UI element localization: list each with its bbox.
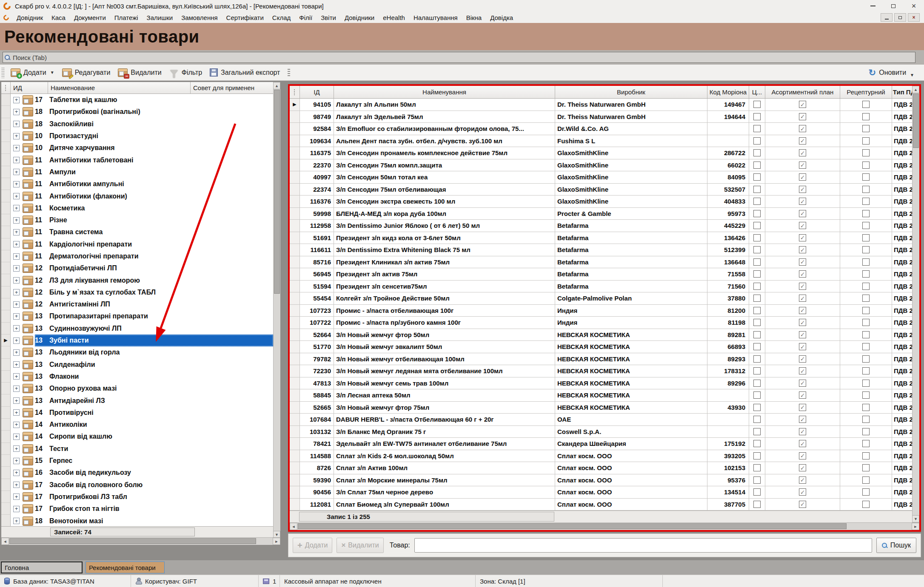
table-row[interactable]: 47813 З/п Новый жемчуг семь трав 100мл Н… [290,377,919,390]
checkbox-prescription[interactable] [862,355,870,363]
tree-row[interactable]: 11 Косметика [1,202,273,214]
table-row[interactable]: 78421 Эдельвайт з/п EW-TW75 антиналет от… [290,438,919,450]
table-row[interactable]: 107684 DABUR HERB'L - з/паста Отбеливающ… [290,414,919,426]
checkbox-c[interactable] [753,222,761,229]
tree-column-name[interactable]: Наименование [48,82,191,94]
checkbox-c[interactable] [753,137,761,145]
checkbox-prescription[interactable] [862,501,870,508]
table-row[interactable]: 51691 Президент з/п кидз кола от 3-6лет … [290,232,919,244]
expand-icon[interactable] [13,445,20,452]
checkbox-prescription[interactable] [862,258,870,266]
table-row[interactable]: 116611 З/п Dentissimo Extra Whitening Bl… [290,244,919,256]
checkbox-prescription[interactable] [862,343,870,350]
expand-icon[interactable] [13,434,20,440]
expand-icon[interactable] [13,289,20,295]
menu-item[interactable]: Документи [70,14,110,21]
tree-row[interactable]: 17 Засоби від головного болю [1,479,273,491]
checkbox-assortment-plan[interactable] [799,173,806,181]
checkbox-c[interactable] [753,186,761,193]
tree-horizontal-scrollbar[interactable]: ◄ ► [1,537,280,545]
checkbox-assortment-plan[interactable] [799,295,806,302]
checkbox-c[interactable] [753,283,761,290]
expand-icon[interactable] [13,373,20,380]
tree-row[interactable]: 15 Герпес [1,455,273,467]
checkbox-c[interactable] [753,501,761,508]
tree-row[interactable]: 11 Антибіотики ампульні [1,178,273,190]
tree-row[interactable]: 10 Протизастудні [1,130,273,142]
checkbox-assortment-plan[interactable] [799,210,806,217]
product-search-button[interactable]: Пошук [876,538,916,553]
checkbox-assortment-plan[interactable] [799,501,806,508]
checkbox-assortment-plan[interactable] [799,404,806,411]
checkbox-c[interactable] [753,198,761,205]
menu-item[interactable]: Довідники [340,14,379,21]
expand-icon[interactable] [13,145,20,151]
expand-icon[interactable] [13,493,20,500]
checkbox-c[interactable] [753,355,761,363]
table-row[interactable]: 22374 З/п Сенсодин 75мл отбеливающая Gla… [290,184,919,196]
table-vertical-scrollbar[interactable]: ▲ ▼ [912,86,919,522]
checkbox-c[interactable] [753,173,761,181]
table-row[interactable]: 112958 З/п Dentissimo Junior Яблоко ( от… [290,220,919,232]
tree-row[interactable]: 17 Таблетки від кашлю [1,94,273,106]
menu-item[interactable]: Довідник [12,14,47,21]
column-morion-code[interactable]: Код Моріона [707,86,749,98]
checkbox-c[interactable] [753,149,761,156]
expand-icon[interactable] [13,422,20,428]
table-row[interactable]: 85716 Президент Клиникал з/п актив 75мл … [290,256,919,269]
menu-item[interactable]: Замовлення [177,14,222,21]
checkbox-c[interactable] [753,476,761,484]
checkbox-prescription[interactable] [862,367,870,374]
menu-item[interactable]: Вікна [462,14,486,21]
column-vendor[interactable]: Виробник [555,86,707,98]
checkbox-prescription[interactable] [862,234,870,241]
checkbox-assortment-plan[interactable] [799,198,806,205]
expand-icon[interactable] [13,121,20,127]
expand-icon[interactable] [13,313,20,320]
checkbox-assortment-plan[interactable] [799,488,806,496]
close-button[interactable]: × [904,0,924,12]
checkbox-c[interactable] [753,488,761,496]
tree-row[interactable]: 18 Протигрибкові (вагінальні) [1,106,273,118]
table-row[interactable]: 116375 З/п Сенсодин пронамель комплексно… [290,147,919,159]
checkbox-c[interactable] [753,270,761,278]
checkbox-prescription[interactable] [862,416,870,423]
checkbox-assortment-plan[interactable] [799,343,806,350]
checkbox-prescription[interactable] [862,137,870,145]
table-row[interactable]: 55454 Колгейт з/п Тройное Действие 50мл … [290,292,919,305]
checkbox-c[interactable] [753,125,761,132]
checkbox-prescription[interactable] [862,125,870,132]
checkbox-prescription[interactable] [862,246,870,253]
scroll-left-button[interactable]: ◄ [1,538,9,545]
table-row[interactable]: 112081 Сплат Биомед з/п Супервайт 100мл … [290,499,919,511]
checkbox-prescription[interactable] [862,162,870,169]
filter-button[interactable]: Фільтр [165,66,206,79]
checkbox-prescription[interactable] [862,464,870,471]
checkbox-c[interactable] [753,319,761,326]
expand-icon[interactable] [13,482,20,488]
checkbox-c[interactable] [753,210,761,217]
table-row[interactable]: 58845 З/п Лесная аптека 50мл НЕВСКАЯ КОС… [290,389,919,402]
expand-icon[interactable] [13,397,20,404]
tree-row[interactable]: 11 Ампули [1,166,273,178]
checkbox-prescription[interactable] [862,270,870,278]
tree-row[interactable]: 11 Травна система [1,226,273,238]
checkbox-c[interactable] [753,440,761,447]
edit-button[interactable]: Редагувати [58,66,114,79]
checkbox-prescription[interactable] [862,222,870,229]
checkbox-c[interactable] [753,162,761,169]
restore-button[interactable] [883,0,904,12]
checkbox-c[interactable] [753,258,761,266]
expand-icon[interactable] [13,265,20,272]
table-row[interactable]: 92584 З/п Emofluor со стабилизированным … [290,123,919,135]
checkbox-prescription[interactable] [862,198,870,205]
checkbox-prescription[interactable] [862,283,870,290]
expand-icon[interactable] [13,361,20,368]
checkbox-prescription[interactable] [862,440,870,447]
tree-row[interactable]: 13 Льодяники від горла [1,346,273,358]
detail-delete-button[interactable]: × Видалити [337,538,383,553]
checkbox-assortment-plan[interactable] [799,222,806,229]
table-row[interactable]: 51594 Президент з/п сенсетив75мл Betafar… [290,281,919,293]
table-horizontal-scrollbar[interactable]: ◄ ► [290,522,919,530]
export-button[interactable]: Загальний експорт [206,66,284,79]
